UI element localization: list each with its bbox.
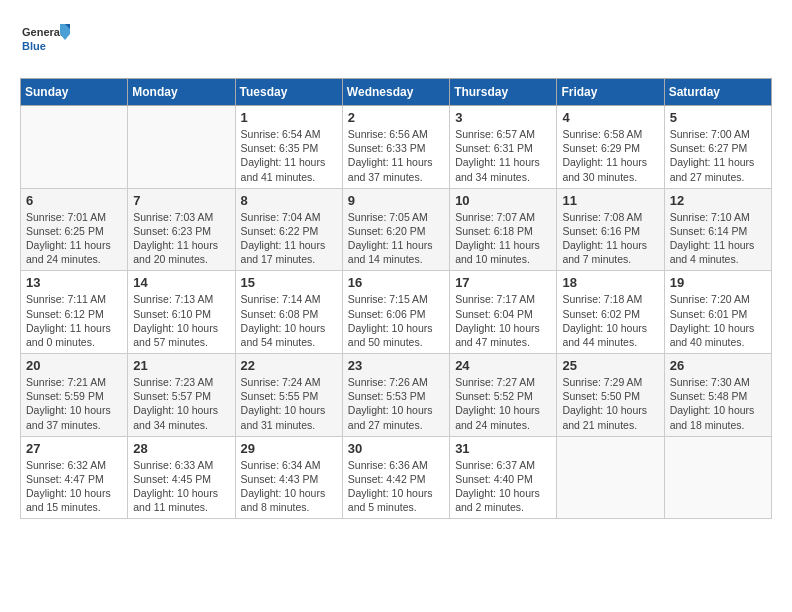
day-info: Sunrise: 7:04 AM Sunset: 6:22 PM Dayligh… (241, 210, 337, 267)
day-number: 21 (133, 358, 229, 373)
weekday-header: Thursday (450, 79, 557, 106)
calendar-cell: 30Sunrise: 6:36 AM Sunset: 4:42 PM Dayli… (342, 436, 449, 519)
calendar-cell: 23Sunrise: 7:26 AM Sunset: 5:53 PM Dayli… (342, 354, 449, 437)
logo: General Blue (20, 20, 70, 62)
day-number: 2 (348, 110, 444, 125)
day-info: Sunrise: 6:56 AM Sunset: 6:33 PM Dayligh… (348, 127, 444, 184)
day-info: Sunrise: 7:13 AM Sunset: 6:10 PM Dayligh… (133, 292, 229, 349)
day-info: Sunrise: 7:20 AM Sunset: 6:01 PM Dayligh… (670, 292, 766, 349)
calendar-cell: 7Sunrise: 7:03 AM Sunset: 6:23 PM Daylig… (128, 188, 235, 271)
calendar-cell: 9Sunrise: 7:05 AM Sunset: 6:20 PM Daylig… (342, 188, 449, 271)
day-number: 9 (348, 193, 444, 208)
calendar-cell (21, 106, 128, 189)
calendar-week-row: 6Sunrise: 7:01 AM Sunset: 6:25 PM Daylig… (21, 188, 772, 271)
calendar-cell: 10Sunrise: 7:07 AM Sunset: 6:18 PM Dayli… (450, 188, 557, 271)
day-number: 30 (348, 441, 444, 456)
calendar-cell: 5Sunrise: 7:00 AM Sunset: 6:27 PM Daylig… (664, 106, 771, 189)
day-number: 11 (562, 193, 658, 208)
day-number: 29 (241, 441, 337, 456)
page-header: General Blue (20, 20, 772, 62)
day-number: 4 (562, 110, 658, 125)
calendar-cell (128, 106, 235, 189)
calendar-table: SundayMondayTuesdayWednesdayThursdayFrid… (20, 78, 772, 519)
day-info: Sunrise: 6:32 AM Sunset: 4:47 PM Dayligh… (26, 458, 122, 515)
day-number: 18 (562, 275, 658, 290)
day-number: 28 (133, 441, 229, 456)
day-info: Sunrise: 6:34 AM Sunset: 4:43 PM Dayligh… (241, 458, 337, 515)
calendar-cell: 4Sunrise: 6:58 AM Sunset: 6:29 PM Daylig… (557, 106, 664, 189)
day-info: Sunrise: 7:23 AM Sunset: 5:57 PM Dayligh… (133, 375, 229, 432)
day-info: Sunrise: 6:57 AM Sunset: 6:31 PM Dayligh… (455, 127, 551, 184)
day-info: Sunrise: 7:03 AM Sunset: 6:23 PM Dayligh… (133, 210, 229, 267)
day-info: Sunrise: 6:33 AM Sunset: 4:45 PM Dayligh… (133, 458, 229, 515)
logo-svg: General Blue (20, 20, 70, 62)
calendar-cell: 3Sunrise: 6:57 AM Sunset: 6:31 PM Daylig… (450, 106, 557, 189)
calendar-cell: 14Sunrise: 7:13 AM Sunset: 6:10 PM Dayli… (128, 271, 235, 354)
day-number: 14 (133, 275, 229, 290)
calendar-cell: 19Sunrise: 7:20 AM Sunset: 6:01 PM Dayli… (664, 271, 771, 354)
day-info: Sunrise: 7:18 AM Sunset: 6:02 PM Dayligh… (562, 292, 658, 349)
day-number: 12 (670, 193, 766, 208)
day-number: 16 (348, 275, 444, 290)
calendar-week-row: 13Sunrise: 7:11 AM Sunset: 6:12 PM Dayli… (21, 271, 772, 354)
day-number: 22 (241, 358, 337, 373)
day-number: 15 (241, 275, 337, 290)
calendar-cell: 21Sunrise: 7:23 AM Sunset: 5:57 PM Dayli… (128, 354, 235, 437)
day-info: Sunrise: 7:27 AM Sunset: 5:52 PM Dayligh… (455, 375, 551, 432)
day-info: Sunrise: 7:14 AM Sunset: 6:08 PM Dayligh… (241, 292, 337, 349)
weekday-header: Saturday (664, 79, 771, 106)
day-info: Sunrise: 7:11 AM Sunset: 6:12 PM Dayligh… (26, 292, 122, 349)
day-number: 8 (241, 193, 337, 208)
calendar-cell: 1Sunrise: 6:54 AM Sunset: 6:35 PM Daylig… (235, 106, 342, 189)
calendar-cell: 15Sunrise: 7:14 AM Sunset: 6:08 PM Dayli… (235, 271, 342, 354)
day-info: Sunrise: 7:10 AM Sunset: 6:14 PM Dayligh… (670, 210, 766, 267)
calendar-cell (664, 436, 771, 519)
day-number: 26 (670, 358, 766, 373)
day-number: 23 (348, 358, 444, 373)
day-info: Sunrise: 7:01 AM Sunset: 6:25 PM Dayligh… (26, 210, 122, 267)
calendar-cell: 18Sunrise: 7:18 AM Sunset: 6:02 PM Dayli… (557, 271, 664, 354)
day-info: Sunrise: 7:00 AM Sunset: 6:27 PM Dayligh… (670, 127, 766, 184)
calendar-header-row: SundayMondayTuesdayWednesdayThursdayFrid… (21, 79, 772, 106)
calendar-cell (557, 436, 664, 519)
calendar-cell: 12Sunrise: 7:10 AM Sunset: 6:14 PM Dayli… (664, 188, 771, 271)
calendar-week-row: 1Sunrise: 6:54 AM Sunset: 6:35 PM Daylig… (21, 106, 772, 189)
day-info: Sunrise: 7:26 AM Sunset: 5:53 PM Dayligh… (348, 375, 444, 432)
day-info: Sunrise: 7:30 AM Sunset: 5:48 PM Dayligh… (670, 375, 766, 432)
day-number: 19 (670, 275, 766, 290)
calendar-cell: 8Sunrise: 7:04 AM Sunset: 6:22 PM Daylig… (235, 188, 342, 271)
calendar-week-row: 20Sunrise: 7:21 AM Sunset: 5:59 PM Dayli… (21, 354, 772, 437)
calendar-cell: 11Sunrise: 7:08 AM Sunset: 6:16 PM Dayli… (557, 188, 664, 271)
calendar-cell: 17Sunrise: 7:17 AM Sunset: 6:04 PM Dayli… (450, 271, 557, 354)
day-number: 24 (455, 358, 551, 373)
weekday-header: Tuesday (235, 79, 342, 106)
calendar-cell: 13Sunrise: 7:11 AM Sunset: 6:12 PM Dayli… (21, 271, 128, 354)
weekday-header: Wednesday (342, 79, 449, 106)
calendar-cell: 28Sunrise: 6:33 AM Sunset: 4:45 PM Dayli… (128, 436, 235, 519)
calendar-cell: 2Sunrise: 6:56 AM Sunset: 6:33 PM Daylig… (342, 106, 449, 189)
day-number: 10 (455, 193, 551, 208)
calendar-cell: 22Sunrise: 7:24 AM Sunset: 5:55 PM Dayli… (235, 354, 342, 437)
day-info: Sunrise: 7:21 AM Sunset: 5:59 PM Dayligh… (26, 375, 122, 432)
day-number: 7 (133, 193, 229, 208)
svg-text:Blue: Blue (22, 40, 46, 52)
weekday-header: Friday (557, 79, 664, 106)
day-info: Sunrise: 6:36 AM Sunset: 4:42 PM Dayligh… (348, 458, 444, 515)
weekday-header: Sunday (21, 79, 128, 106)
day-number: 5 (670, 110, 766, 125)
day-info: Sunrise: 7:07 AM Sunset: 6:18 PM Dayligh… (455, 210, 551, 267)
day-info: Sunrise: 7:08 AM Sunset: 6:16 PM Dayligh… (562, 210, 658, 267)
day-number: 3 (455, 110, 551, 125)
day-info: Sunrise: 7:24 AM Sunset: 5:55 PM Dayligh… (241, 375, 337, 432)
day-number: 13 (26, 275, 122, 290)
calendar-cell: 27Sunrise: 6:32 AM Sunset: 4:47 PM Dayli… (21, 436, 128, 519)
day-number: 25 (562, 358, 658, 373)
calendar-cell: 24Sunrise: 7:27 AM Sunset: 5:52 PM Dayli… (450, 354, 557, 437)
day-number: 6 (26, 193, 122, 208)
day-number: 20 (26, 358, 122, 373)
day-number: 17 (455, 275, 551, 290)
calendar-cell: 16Sunrise: 7:15 AM Sunset: 6:06 PM Dayli… (342, 271, 449, 354)
calendar-cell: 25Sunrise: 7:29 AM Sunset: 5:50 PM Dayli… (557, 354, 664, 437)
day-info: Sunrise: 7:17 AM Sunset: 6:04 PM Dayligh… (455, 292, 551, 349)
calendar-cell: 20Sunrise: 7:21 AM Sunset: 5:59 PM Dayli… (21, 354, 128, 437)
